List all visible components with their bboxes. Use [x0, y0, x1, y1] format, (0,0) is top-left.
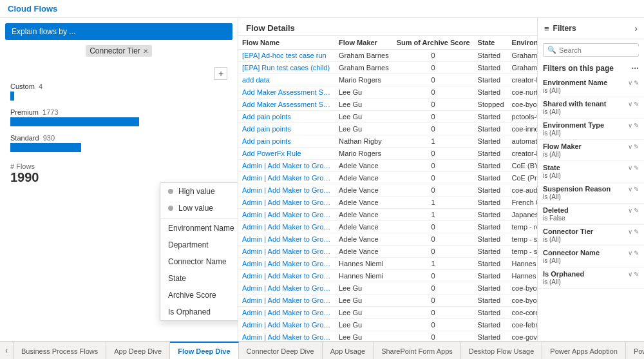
cell-flow-maker: Adele Vance — [335, 172, 393, 184]
table-row[interactable]: Admin | Add Maker to Group Hannes Niemi … — [238, 270, 537, 282]
tab-flow-deep-dive[interactable]: Flow Deep Dive — [170, 342, 238, 359]
cell-flow-maker: Adele Vance — [335, 197, 393, 209]
filters-more-icon[interactable]: ··· — [631, 63, 639, 73]
add-button[interactable]: + — [214, 67, 227, 80]
dropdown-state[interactable]: State — [160, 270, 238, 287]
filter-edit-icon[interactable]: ✎ — [634, 207, 639, 214]
cell-flow-maker: Adele Vance — [335, 233, 393, 246]
table-row[interactable]: Admin | Add Maker to Group Adele Vance 0… — [238, 233, 537, 246]
filter-value: is (All) — [543, 236, 639, 243]
filter-name: Deleted — [543, 206, 628, 214]
table-row[interactable]: add data Mario Rogers 0 Started creator-… — [238, 74, 537, 86]
table-row[interactable]: Admin | Add Maker to Group Lee Gu 0 Star… — [238, 295, 537, 307]
dropdown-is-orphaned[interactable]: Is Orphaned — [160, 304, 238, 320]
filter-chevron-icon[interactable]: ∨ — [628, 79, 632, 86]
dropdown-archive-score[interactable]: Archive Score — [160, 287, 238, 304]
cell-flow-maker: Lee Gu — [335, 282, 393, 295]
table-row[interactable]: Add pain points Lee Gu 0 Started coe-inn… — [238, 123, 537, 135]
chip-close-icon[interactable]: ✕ — [143, 48, 148, 55]
tab-app-deep-dive[interactable]: App Deep Dive — [106, 342, 170, 359]
table-row[interactable]: Admin | Add Maker to Group Lee Gu 0 Star… — [238, 319, 537, 331]
dropdown-high-value[interactable]: High value — [160, 183, 238, 200]
tab-nav-left[interactable]: ‹ — [0, 342, 14, 359]
table-row[interactable]: Admin | Add Maker to Group Lee Gu 0 Star… — [238, 307, 537, 319]
table-row[interactable]: Admin | Add Maker to Group Adele Vance 0… — [238, 246, 537, 258]
chip-label: Connector Tier — [90, 46, 140, 55]
filter-chevron-icon[interactable]: ∨ — [628, 101, 632, 108]
cell-env-name: temp - setup testing 1 — [508, 233, 537, 246]
tab-power-apps-adoption[interactable]: Power Apps Adoption — [542, 342, 626, 359]
table-row[interactable]: Admin | Add Maker to Group Adele Vance 0… — [238, 184, 537, 197]
filter-chevron-icon[interactable]: ∨ — [628, 143, 632, 150]
table-row[interactable]: [EPA] Run test cases (child) Graham Barn… — [238, 62, 537, 74]
cell-env-name: Hannes Niemi's Environment — [508, 270, 537, 282]
cell-env-name: CoE (BYODL Prod Install) — [508, 160, 537, 172]
cell-archive-score: 1 — [393, 209, 474, 221]
filter-item: Is Orphaned ∨ ✎ is (All) — [538, 267, 644, 289]
filter-name: Suspension Reason — [543, 185, 628, 193]
filter-chevron-icon[interactable]: ∨ — [628, 164, 632, 171]
table-row[interactable]: Admin | Add Maker to Group Adele Vance 1… — [238, 197, 537, 209]
table-row[interactable]: Admin | Add Maker to Group Adele Vance 0… — [238, 221, 537, 233]
tab-sharepoint-form-apps[interactable]: SharePoint Form Apps — [374, 342, 461, 359]
filter-edit-icon[interactable]: ✎ — [634, 101, 639, 108]
filter-icons: ∨ ✎ — [628, 79, 639, 86]
filter-value: is (All) — [543, 193, 639, 200]
cell-archive-score: 0 — [393, 184, 474, 197]
table-row[interactable]: Admin | Add Maker to Group Adele Vance 1… — [238, 209, 537, 221]
tab-desktop-flow-usage[interactable]: Desktop Flow Usage — [461, 342, 543, 359]
cell-env-name: automationkit-main-dev — [508, 135, 537, 148]
table-row[interactable]: Admin | Add Maker to Group Adele Vance 0… — [238, 160, 537, 172]
filter-edit-icon[interactable]: ✎ — [634, 164, 639, 171]
filter-chevron-icon[interactable]: ∨ — [628, 122, 632, 129]
cell-env-name: Hannes Niemi's Environment — [508, 258, 537, 270]
filter-chevron-icon[interactable]: ∨ — [628, 271, 632, 278]
table-row[interactable]: Admin | Add Maker to Group Adele Vance 0… — [238, 172, 537, 184]
table-row[interactable]: Add Maker Assessment Starter Data Lee Gu… — [238, 99, 537, 111]
table-row[interactable]: [EPA] Ad-hoc test case run Graham Barnes… — [238, 50, 537, 62]
filters-title-text: Filters — [553, 24, 576, 33]
filter-lines-icon: ≡ — [544, 24, 549, 34]
filter-chevron-icon[interactable]: ∨ — [628, 186, 632, 193]
table-row[interactable]: Add pain points Nathan Rigby 1 Started a… — [238, 135, 537, 148]
dropdown-low-value[interactable]: Low value — [160, 200, 238, 217]
tab-app-usage[interactable]: App Usage — [323, 342, 374, 359]
dropdown-department[interactable]: Department — [160, 237, 238, 253]
filter-chevron-icon[interactable]: ∨ — [628, 249, 632, 257]
tab-connector-deep-dive[interactable]: Connector Deep Dive — [239, 342, 323, 359]
tab-power[interactable]: Power — [626, 342, 644, 359]
filter-chevron-icon[interactable]: ∨ — [628, 228, 632, 235]
filter-edit-icon[interactable]: ✎ — [634, 143, 639, 150]
filter-chevron-icon[interactable]: ∨ — [628, 207, 632, 214]
cell-state: Started — [474, 221, 508, 233]
filters-expand-icon[interactable]: › — [634, 23, 638, 34]
filter-name: Environment Type — [543, 121, 628, 129]
filter-value: is (All) — [543, 172, 639, 179]
dropdown-environment-name[interactable]: Environment Name — [160, 220, 238, 237]
filter-edit-icon[interactable]: ✎ — [634, 186, 639, 193]
table-row[interactable]: Admin | Add Maker to Group Lee Gu 0 Star… — [238, 331, 537, 342]
table-row[interactable]: Add PowerFx Rule Mario Rogers 0 Started … — [238, 148, 537, 160]
search-input[interactable] — [559, 46, 644, 54]
filter-edit-icon[interactable]: ✎ — [634, 122, 639, 129]
explain-flows-bar[interactable]: Explain flows by ... — [5, 23, 232, 40]
cell-archive-score: 1 — [393, 135, 474, 148]
table-row[interactable]: Admin | Add Maker to Group Lee Gu 0 Star… — [238, 282, 537, 295]
filter-icons: ∨ ✎ — [628, 143, 639, 150]
cell-flow-maker: Lee Gu — [335, 295, 393, 307]
filter-edit-icon[interactable]: ✎ — [634, 228, 639, 235]
cell-flow-maker: Hannes Niemi — [335, 270, 393, 282]
plus-area: + — [0, 67, 238, 80]
filters-search-box[interactable]: 🔍 — [543, 43, 639, 57]
cell-flow-name: Add PowerFx Rule — [238, 148, 335, 160]
table-row[interactable]: Add pain points Lee Gu 0 Started pctools… — [238, 111, 537, 123]
flow-table[interactable]: Flow Name Flow Maker Sum of Archive Scor… — [238, 36, 537, 341]
filter-edit-icon[interactable]: ✎ — [634, 249, 639, 257]
table-row[interactable]: Admin | Add Maker to Group Hannes Niemi … — [238, 258, 537, 270]
table-row[interactable]: Add Maker Assessment Starter Data Lee Gu… — [238, 86, 537, 99]
tab-business-process-flows[interactable]: Business Process Flows — [14, 342, 106, 359]
filter-edit-icon[interactable]: ✎ — [634, 271, 639, 278]
filter-edit-icon[interactable]: ✎ — [634, 79, 639, 86]
filter-item: State ∨ ✎ is (All) — [538, 161, 644, 182]
dropdown-connector-name[interactable]: Connector Name — [160, 253, 238, 270]
